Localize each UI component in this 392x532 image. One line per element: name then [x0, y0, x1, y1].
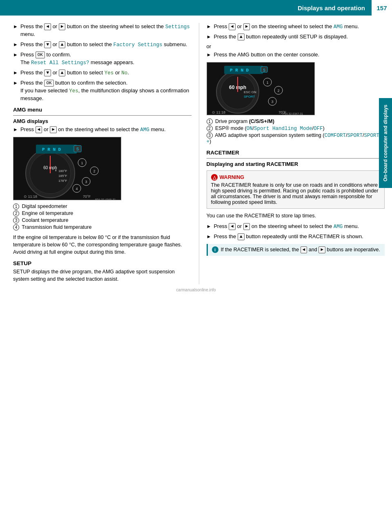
svg-text:3: 3 [85, 180, 87, 184]
dashboard-image-left: 60 mph P R N D S 180°F 185°F 178°F 🌡 [13, 137, 192, 200]
list-item: ► Press ◄ or ► on the steering wheel to … [13, 126, 192, 134]
bullet-content: Press the ▲ button repeatedly until the … [214, 233, 385, 241]
header-title: Displays and operation [298, 4, 372, 11]
bullet-arrow: ► [13, 126, 18, 134]
svg-text:P R N D: P R N D [42, 147, 61, 152]
svg-text:4: 4 [76, 187, 78, 191]
amg-link: AMG [140, 127, 149, 133]
btn-left: ◄ [36, 126, 42, 133]
section-divider [13, 115, 192, 116]
bullet-content: Press the AMG button on the center conso… [214, 51, 385, 59]
caption-num: 2 [207, 125, 213, 132]
svg-text:1: 1 [266, 80, 268, 85]
btn-left: ◄ [229, 23, 236, 30]
svg-text:⊙ 11:18: ⊙ 11:18 [24, 194, 37, 199]
btn-right: ► [243, 223, 250, 230]
svg-text:ESC ON: ESC ON [244, 90, 256, 94]
btn-ok: OK [44, 80, 53, 87]
bullet-content: Press ◄ or ► on the steering wheel to se… [20, 126, 192, 134]
svg-text:S: S [263, 68, 265, 73]
btn-ok: OK [36, 51, 45, 58]
svg-text:🌡: 🌡 [54, 168, 58, 172]
svg-text:70°F: 70°F [83, 194, 91, 199]
btn-down: ▼ [44, 41, 51, 48]
caption-item: 2 ESP® mode (ON/Sport Handling Mode/OFF) [207, 125, 385, 132]
off-link: OFF [314, 126, 323, 132]
info-icon: i [212, 246, 218, 253]
svg-text:S: S [76, 147, 79, 152]
captions-left: 1 Digital speedometer 2 Engine oil tempe… [13, 203, 192, 230]
amg-link: AMG [334, 224, 343, 230]
btn-up: ▲ [59, 69, 66, 76]
svg-text:2: 2 [277, 89, 279, 93]
yes-link: Yes [69, 88, 78, 94]
svg-text:1: 1 [81, 161, 83, 165]
svg-text:180°F: 180°F [58, 169, 67, 173]
header-bar: Displays and operation 157 [0, 0, 392, 16]
warning-text: The RACETIMER feature is only for use on… [211, 182, 379, 205]
list-item: ► Press OK to confirm. The Reset All Set… [13, 51, 192, 67]
svg-text:⊙ 11:18: ⊙ 11:18 [212, 110, 225, 114]
svg-text:2: 2 [93, 169, 95, 173]
setup-heading: SETUP [13, 260, 192, 266]
list-item: ► Press the ▼ or ▲ button to select the … [13, 41, 192, 49]
sport-mode-link: Sport Handling Mode [254, 126, 312, 132]
bullet-content: Press the OK button to confirm the selec… [20, 79, 192, 103]
bullet-content: Press the ▲ button repeatedly until SETU… [214, 33, 385, 41]
caption-item: 3 AMG adaptive sport suspension system s… [207, 132, 385, 145]
caption-num: 1 [207, 118, 213, 125]
page-wrapper: Displays and operation 157 On-board comp… [0, 0, 392, 294]
bullet-arrow: ► [207, 34, 212, 41]
bullet-arrow: ► [13, 69, 18, 77]
bullet-content: Press OK to confirm. The Reset All Setti… [20, 51, 192, 67]
bullet-content: Press the ▼ or ▲ button to select Yes or… [20, 69, 192, 77]
bullet-content: Press the ◄ or ► button on the steering … [20, 23, 192, 38]
bullet-content: Press ◄ or ► on the steering wheel to se… [214, 23, 385, 31]
caption-num: 3 [207, 132, 213, 139]
caption-num: 2 [13, 210, 19, 217]
yes-link: Yes [105, 70, 114, 76]
dashboard-image-right: 60 mph P R N D S ESC ON SPORT 1 2 [207, 62, 385, 115]
btn-up: ▲ [238, 233, 245, 240]
amg-link: AMG [334, 24, 343, 30]
btn-left: ◄ [301, 246, 307, 253]
side-tab: On-board computer and displays [379, 98, 392, 188]
caption-item: 3 Coolant temperature [13, 217, 192, 224]
btn-left: ◄ [229, 223, 236, 230]
bullet-arrow: ► [207, 23, 212, 31]
section-divider [207, 158, 385, 159]
sport-link: SPORT [347, 133, 363, 139]
list-item: ► Press the ▼ or ▲ button to select Yes … [13, 69, 192, 77]
svg-text:178°F: 178°F [58, 179, 67, 183]
btn-right: ► [50, 126, 57, 133]
caption-num: 3 [13, 217, 19, 224]
page-title-area: Displays and operation 157 [298, 0, 392, 16]
btn-up: ▲ [238, 34, 245, 40]
list-item: ► Press the ▲ button repeatedly until th… [207, 233, 385, 241]
list-item: ► Press the ◄ or ► button on the steerin… [13, 23, 192, 38]
svg-text:P R N D: P R N D [230, 68, 249, 73]
captions-right: 1 Drive program (C/S/S+/M) 2 ESP® mode (… [207, 118, 385, 145]
bullet-content: Press ◄ or ► on the steering wheel to se… [214, 223, 385, 230]
svg-text:185°F: 185°F [58, 174, 67, 178]
svg-text:P54.32-0347-31: P54.32-0347-31 [283, 112, 303, 115]
bullet-arrow: ► [207, 233, 212, 241]
list-item: ► Press the AMG button on the center con… [207, 51, 385, 59]
warning-title: △ WARNING [211, 174, 381, 181]
list-item: ► Press ◄ or ► on the steering wheel to … [207, 223, 385, 230]
reset-link: Reset All Settings? [31, 60, 89, 66]
btn-down: ▼ [44, 69, 51, 76]
bullet-arrow: ► [207, 51, 212, 59]
footer-watermark: carmanualsonline.info [0, 284, 392, 294]
caption-num: 4 [13, 224, 19, 230]
or-text: or [207, 43, 385, 49]
bullet-arrow: ► [13, 23, 18, 38]
bullet-arrow: ► [13, 41, 18, 49]
right-column: ► Press ◄ or ► on the steering wheel to … [199, 23, 392, 284]
comfort-link: COMFORT [324, 133, 346, 139]
left-column: ► Press the ◄ or ► button on the steerin… [0, 23, 199, 284]
btn-right: ► [243, 23, 250, 30]
amg-displays-heading: AMG displays [13, 118, 192, 124]
caption-item: 1 Drive program (C/S/S+/M) [207, 118, 385, 125]
list-item: ► Press the OK button to confirm the sel… [13, 79, 192, 103]
